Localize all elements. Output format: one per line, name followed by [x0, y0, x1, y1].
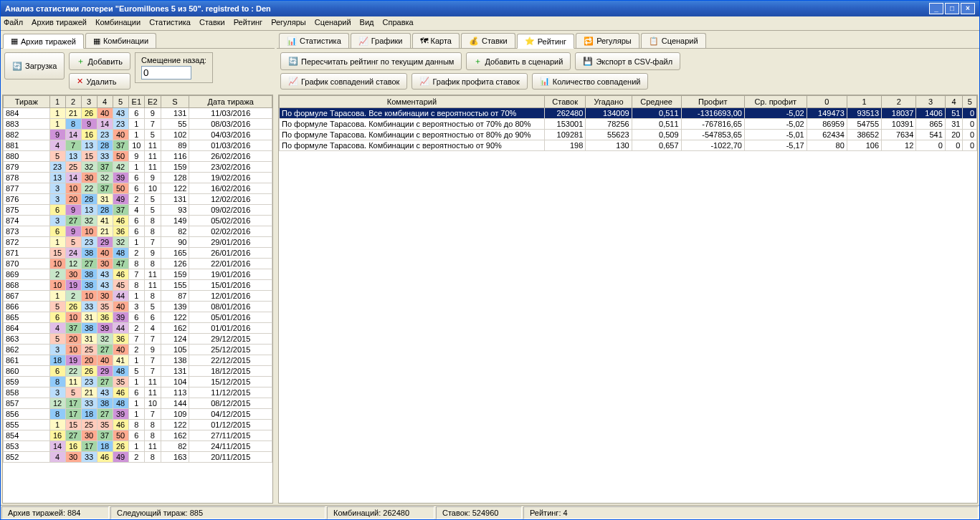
table-row[interactable]: 86118192040411713822/12/2015	[4, 355, 272, 366]
tab[interactable]: 📈Графики	[351, 33, 411, 48]
menu-item[interactable]: Рейтинг	[234, 18, 262, 29]
table-row[interactable]: 86923038434671115919/01/2016	[4, 269, 272, 280]
table-row[interactable]: 86712103044188712/01/2016	[4, 291, 272, 302]
recalc-button[interactable]: 🔄Пересчитать рейтинг по текущим данным	[280, 52, 462, 70]
column-header[interactable]: 1	[49, 96, 65, 108]
table-row[interactable]: По формуле Тарасова. Комбинации с вероят…	[280, 140, 977, 151]
table-row[interactable]: 87813143032396912819/02/2016	[4, 173, 272, 183]
table-row[interactable]: 8644373839442416201/01/2016	[4, 323, 272, 334]
match-count-button[interactable]: 📊Количество совпадений	[532, 73, 649, 90]
column-header[interactable]: 3	[916, 96, 945, 108]
table-row[interactable]: По формуле Тарасова. Все комбинации с ве…	[280, 108, 977, 119]
column-header[interactable]: Профит	[681, 96, 744, 108]
table-row[interactable]: 8583521434661111311/12/2015	[4, 387, 272, 398]
table-row[interactable]: 88051315335091111626/02/2016	[4, 151, 272, 162]
menu-item[interactable]: Ставки	[199, 18, 225, 29]
export-csv-button[interactable]: 💾Экспорт в CSV-файл	[575, 52, 680, 70]
table-row[interactable]: 868101938434581115515/01/2016	[4, 280, 272, 291]
chart-icon: 📈	[419, 77, 429, 86]
table-row[interactable]: 8551152535468812201/12/2015	[4, 420, 272, 430]
column-header[interactable]: 2	[882, 96, 916, 108]
column-header[interactable]: 5	[963, 96, 977, 108]
table-row[interactable]: 8568171827391710904/12/2015	[4, 409, 272, 420]
draws-table[interactable]: Тираж12345E1E2SДата тиража 8841212640436…	[3, 95, 272, 463]
table-row[interactable]: 8829141623401510204/03/2016	[4, 130, 272, 140]
tab[interactable]: 📊Статистика	[279, 33, 349, 48]
table-row[interactable]: 87369102136688202/02/2016	[4, 226, 272, 237]
tab[interactable]: ⭐Рейтинг	[517, 34, 574, 49]
close-button[interactable]: ×	[961, 3, 975, 14]
table-row[interactable]: 8524303346492816320/11/2015	[4, 452, 272, 463]
column-header[interactable]: 1	[847, 96, 881, 108]
column-header[interactable]: 0	[807, 96, 847, 108]
window-title: Анализ статистики лотереи "Euromillones …	[5, 4, 271, 13]
rating-table[interactable]: КомментарийСтавокУгаданоСреднееПрофитСр.…	[279, 95, 977, 151]
tab[interactable]: 💰Ставки	[461, 33, 515, 48]
profit-chart-button[interactable]: 📈График профита ставок	[411, 73, 527, 90]
table-row[interactable]: 8606222629485713118/12/2015	[4, 366, 272, 377]
table-row[interactable]: 8656103136396612205/01/2016	[4, 312, 272, 323]
menu-item[interactable]: Справка	[383, 18, 414, 29]
column-header[interactable]: 2	[65, 96, 81, 108]
tab[interactable]: ▦Архив тиражей	[3, 34, 84, 49]
tab[interactable]: 🔁Регуляры	[576, 33, 639, 48]
tab[interactable]: 🗺Карта	[412, 33, 460, 48]
menu-item[interactable]: Сценарий	[315, 18, 351, 29]
column-header[interactable]: Ср. профит	[744, 96, 807, 108]
menu-item[interactable]: Статистика	[149, 18, 191, 29]
table-row[interactable]: 8635203132367712429/12/2015	[4, 334, 272, 345]
table-row[interactable]: 8841212640436913111/03/2016	[4, 108, 272, 119]
table-row[interactable]: По формуле Тарасова. Комбинации с вероят…	[280, 130, 977, 140]
maximize-button[interactable]: □	[945, 3, 959, 14]
table-row[interactable]: По формуле Тарасова. Комбинации с вероят…	[280, 119, 977, 130]
column-header[interactable]: 4	[945, 96, 963, 108]
chart-icon: 📊	[540, 77, 550, 86]
table-row[interactable]: 87115243840482916526/01/2016	[4, 248, 272, 259]
column-header[interactable]: E1	[128, 96, 144, 108]
column-header[interactable]: 4	[97, 96, 113, 108]
column-header[interactable]: E2	[145, 96, 161, 108]
add-button[interactable]: ＋ Добавить	[69, 52, 130, 70]
minimize-button[interactable]: _	[929, 3, 943, 14]
column-header[interactable]: Комментарий	[280, 96, 545, 108]
table-row[interactable]: 8763202831492513112/02/2016	[4, 194, 272, 205]
table-row[interactable]: 87010122730478812622/01/2016	[4, 259, 272, 269]
match-chart-button[interactable]: 📈График совпадений ставок	[280, 73, 407, 90]
column-header[interactable]: Тираж	[4, 96, 50, 108]
table-row[interactable]: 85981123273511110415/12/2015	[4, 377, 272, 387]
menu-item[interactable]: Файл	[4, 18, 23, 29]
load-button[interactable]: 🔄 Загрузка	[4, 52, 65, 80]
column-header[interactable]: 3	[81, 96, 97, 108]
column-header[interactable]: Ставок	[545, 96, 586, 108]
column-header[interactable]: Дата тиража	[189, 96, 272, 108]
tab[interactable]: 📋Сценарий	[641, 33, 706, 48]
offset-label: Смещение назад:	[141, 56, 206, 64]
table-row[interactable]: 857121733384811014408/12/2015	[4, 398, 272, 409]
column-header[interactable]: 5	[113, 96, 128, 108]
table-row[interactable]: 8743273241466814905/02/2016	[4, 216, 272, 226]
menu-item[interactable]: Комбинации	[95, 18, 141, 29]
table-row[interactable]: 87215232932179029/01/2016	[4, 237, 272, 248]
table-row[interactable]: 85314161718261118224/11/2015	[4, 441, 272, 452]
column-header[interactable]: Угадано	[586, 96, 632, 108]
menu-item[interactable]: Вид	[360, 18, 374, 29]
column-header[interactable]: S	[161, 96, 189, 108]
tab[interactable]: ▦Комбинации	[85, 33, 156, 48]
refresh-icon: 🔄	[288, 57, 298, 66]
delete-button[interactable]: ✕ Удалить	[69, 73, 130, 90]
menu-item[interactable]: Архив тиражей	[32, 18, 87, 29]
table-row[interactable]: 8623102527402910525/12/2015	[4, 345, 272, 355]
add-scenario-button[interactable]: ＋Добавить в сценарий	[466, 52, 571, 70]
table-row[interactable]: 87569132837459309/02/2016	[4, 205, 272, 216]
offset-input[interactable]	[141, 66, 191, 80]
table-row[interactable]: 85416273037506816227/11/2015	[4, 430, 272, 441]
menu-item[interactable]: Регуляры	[271, 18, 306, 29]
table-row[interactable]: 8831891423175508/03/2016	[4, 119, 272, 130]
table-row[interactable]: 8814713283710118901/03/2016	[4, 140, 272, 151]
tab-icon: 📈	[358, 37, 368, 46]
chart-icon: 📈	[288, 77, 298, 86]
table-row[interactable]: 8665263335403513908/01/2016	[4, 302, 272, 312]
table-row[interactable]: 879232532374211115923/02/2016	[4, 162, 272, 173]
table-row[interactable]: 87731022375061012216/02/2016	[4, 183, 272, 194]
column-header[interactable]: Среднее	[632, 96, 681, 108]
